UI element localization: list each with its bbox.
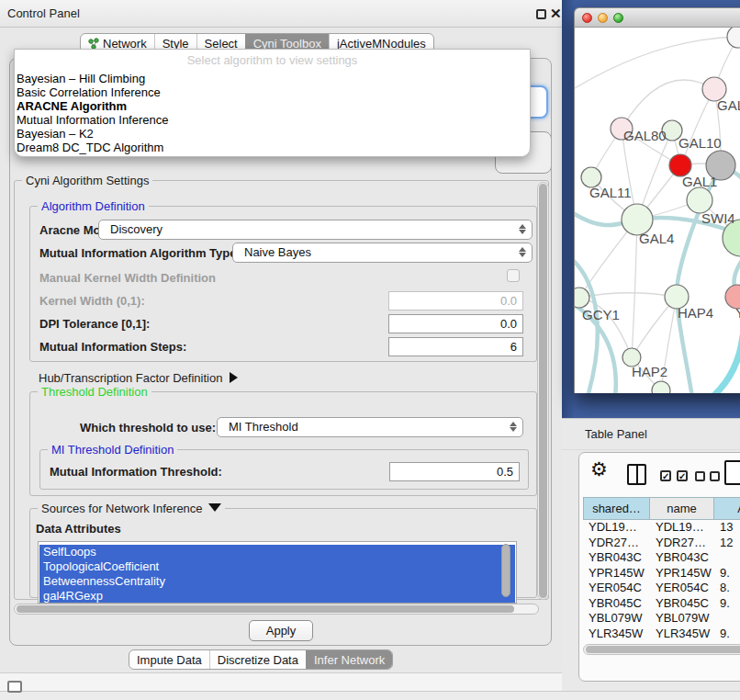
minimize-traffic-light-icon[interactable]	[598, 13, 608, 23]
algorithm-option-mutual-information-inference[interactable]: Mutual Information Inference	[15, 113, 530, 127]
mi-threshold-definition-group: MI Threshold Definition Mutual Informati…	[39, 449, 529, 490]
tab-impute-data[interactable]: Impute Data	[129, 650, 209, 669]
algorithm-option-basic-correlation-inference[interactable]: Basic Correlation Inference	[15, 85, 530, 99]
column-header-name[interactable]: name	[650, 497, 714, 520]
settings-vertical-scrollbar[interactable]	[537, 182, 549, 600]
table-row[interactable]: YBR045CYBR045C9.	[583, 596, 740, 612]
table-cell: YIL052C	[583, 641, 650, 642]
float-window-icon[interactable]	[536, 9, 546, 19]
attribute-item-topologicalcoefficient[interactable]: TopologicalCoefficient	[39, 559, 515, 574]
hub-definition-label: Hub/Transcription Factor Definition	[39, 371, 222, 385]
column-header-a[interactable]: A	[714, 497, 740, 520]
network-node[interactable]	[575, 288, 589, 308]
mi-type-combobox[interactable]: Naive Bayes	[232, 243, 533, 263]
table-horizontal-scrollbar[interactable]	[583, 644, 740, 655]
network-node[interactable]	[652, 381, 670, 393]
mi-threshold-field[interactable]: 0.5	[389, 462, 520, 481]
tab-discretize-data[interactable]: Discretize Data	[209, 650, 306, 669]
network-node[interactable]	[727, 28, 740, 48]
table-cell: YBL079W	[650, 611, 714, 627]
dpi-tolerance-field[interactable]: 0.0	[388, 314, 523, 333]
data-attributes-list[interactable]: SelfLoopsTopologicalCoefficientBetweenne…	[38, 541, 517, 604]
cyni-algorithm-settings-group: Cyni Algorithm Settings Algorithm Defini…	[14, 180, 549, 600]
table-row[interactable]: YBR043CYBR043C	[583, 550, 740, 566]
table-cell: YBR043C	[583, 550, 650, 566]
manual-kernel-checkbox[interactable]	[507, 269, 520, 282]
split-view-icon[interactable]	[627, 464, 646, 485]
table-row[interactable]: YPR145WYPR145W9.	[583, 566, 740, 581]
tab-infer-network[interactable]: Infer Network	[306, 650, 392, 669]
node-label-hap2: HAP2	[632, 364, 667, 379]
node-label-hap4: HAP4	[678, 305, 713, 321]
tab-label: Impute Data	[137, 653, 202, 667]
table-cell: YDR27…	[583, 536, 650, 551]
unchecked-checkbox-icon[interactable]	[710, 471, 720, 481]
list-scrollbar[interactable]	[501, 544, 510, 597]
node-label-gal1: GAL1	[682, 174, 717, 189]
table-cell: 9.	[714, 596, 740, 612]
mi-steps-field[interactable]: 6	[388, 337, 523, 356]
hub-definition-toggle[interactable]: Hub/Transcription Factor Definition	[39, 371, 238, 385]
kernel-width-field[interactable]: 0.0	[388, 291, 523, 310]
network-node[interactable]	[687, 187, 712, 213]
algorithm-definition-title: Algorithm Definition	[38, 199, 149, 213]
table-row[interactable]: YBL079WYBL079W	[583, 611, 740, 627]
algorithm-option-bayesian-k2[interactable]: Bayesian – K2	[15, 127, 530, 141]
mi-type-label: Mutual Information Algorithm Type:	[39, 246, 241, 260]
algorithm-option-aracne-algorithm[interactable]: ARACNE Algorithm	[15, 99, 530, 113]
page-icon[interactable]	[724, 460, 740, 485]
network-canvas[interactable]: GALGAL80GAL10GAL1GAL11SWI4GAL4GCY1HAP4YH…	[574, 28, 740, 393]
unchecked-checkbox-icon[interactable]	[695, 471, 705, 481]
settings-horizontal-scrollbar[interactable]	[14, 604, 539, 615]
table-cell: YBR045C	[583, 596, 650, 612]
control-panel-titlebar: Control Panel ✕	[0, 0, 562, 28]
node-label-gal4: GAL4	[639, 231, 674, 246]
sources-group: Sources for Network Inference Data Attri…	[29, 508, 537, 598]
which-threshold-label: Which threshold to use:	[80, 421, 216, 435]
which-threshold-combobox[interactable]: MI Threshold	[217, 417, 523, 437]
aracne-mode-value: Discovery	[110, 222, 163, 236]
table-row[interactable]: YDL19…YDL19…13	[583, 520, 740, 536]
table-row[interactable]: YDR27…YDR27…12	[583, 536, 740, 551]
column-header-shared[interactable]: shared…	[583, 497, 650, 520]
algorithm-option-bayesian-hill-climbing[interactable]: Bayesian – Hill Climbing	[15, 72, 530, 85]
tab-label: Infer Network	[314, 653, 385, 667]
table-cell: YBR045C	[650, 596, 714, 612]
table-cell: 12	[714, 536, 740, 551]
network-icon	[88, 38, 99, 50]
apply-button[interactable]: Apply	[249, 620, 313, 641]
sources-title[interactable]: Sources for Network Inference	[38, 502, 225, 515]
table-panel-frame: ⚙ ✓ ✓ shared…nameA YDL19…YDL19…13YDR27…Y…	[578, 452, 740, 682]
desktop-background: GALGAL80GAL10GAL1GAL11SWI4GAL4GCY1HAP4YH…	[562, 0, 740, 418]
table-row[interactable]: YER054CYER054C8.	[583, 581, 740, 596]
restore-panel-icon[interactable]	[7, 681, 22, 693]
table-cell: YDR27…	[650, 536, 714, 551]
network-edge[interactable]	[712, 336, 740, 393]
table-row[interactable]: YLR345WYLR345W9.	[583, 627, 740, 642]
algorithm-option-dream8-dc-tdc-algorithm[interactable]: Dream8 DC_TDC Algorithm	[15, 141, 530, 154]
checked-checkbox-icon[interactable]: ✓	[660, 470, 671, 481]
stepper-icon	[510, 421, 518, 433]
algorithm-dropdown-popup: Select algorithm to view settingsBayesia…	[14, 49, 531, 157]
expanded-arrow-icon	[208, 503, 221, 512]
attribute-item-selfloops[interactable]: SelfLoops	[39, 545, 515, 559]
gear-icon[interactable]: ⚙	[590, 458, 608, 480]
aracne-mode-combobox[interactable]: Discovery	[98, 220, 533, 240]
control-panel-title: Control Panel	[7, 0, 80, 28]
table-cell: 9.	[714, 627, 740, 642]
cyni-algorithm-settings-title: Cyni Algorithm Settings	[22, 174, 152, 187]
table-row[interactable]: YIL052CYIL052C9	[583, 641, 740, 642]
checked-checkbox-icon[interactable]: ✓	[677, 470, 688, 481]
table-rows: YDL19…YDL19…13YDR27…YDR27…12YBR043CYBR04…	[583, 520, 740, 642]
node-label-gal80: GAL80	[623, 128, 667, 143]
close-traffic-light-icon[interactable]	[582, 13, 592, 23]
table-cell: 13	[714, 520, 740, 536]
attribute-item-gal4rgexp[interactable]: gal4RGexp	[39, 589, 515, 604]
algorithm-definition-group: Algorithm Definition Aracne Mode: Discov…	[29, 206, 537, 362]
mi-steps-label: Mutual Information Steps:	[39, 340, 186, 354]
close-icon[interactable]: ✕	[550, 4, 562, 24]
network-edge[interactable]	[632, 220, 637, 357]
zoom-traffic-light-icon[interactable]	[613, 13, 623, 23]
table-header: shared…nameA	[583, 497, 740, 520]
attribute-item-betweennesscentrality[interactable]: BetweennessCentrality	[39, 574, 515, 589]
